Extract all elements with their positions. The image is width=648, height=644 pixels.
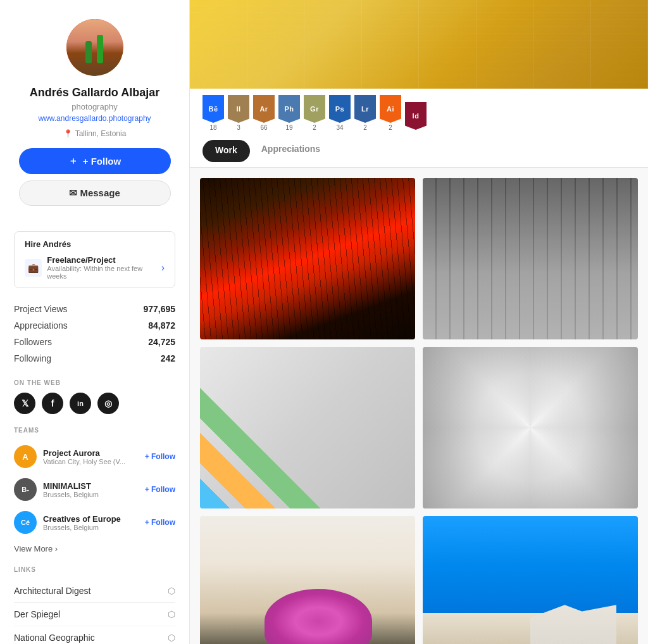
team-item[interactable]: Cé Creatives of Europe Brussels, Belgium… — [14, 506, 175, 539]
instagram-icon[interactable]: ◎ — [97, 393, 119, 414]
badge-count-be: 18 — [209, 124, 216, 131]
team-item[interactable]: B- MINIMALIST Brussels, Belgium + Follow — [14, 473, 175, 506]
team-item[interactable]: A Project Aurora Vatican City, Holy See … — [14, 440, 175, 473]
hire-availability: Availability: Within the next few weeks — [47, 265, 161, 280]
hire-title: Hire Andrés — [25, 239, 165, 249]
chevron-right-icon: › — [161, 262, 165, 274]
team-name-creatives: Creatives of Europe — [43, 514, 121, 524]
badge-lr[interactable]: Lr 2 — [354, 95, 376, 131]
follow-label: + Follow — [83, 156, 121, 167]
facebook-icon[interactable]: f — [42, 393, 63, 414]
photo-card[interactable] — [423, 178, 638, 339]
profile-header: Andrés Gallardo Albajar photography www.… — [0, 0, 189, 231]
sidebar: Andrés Gallardo Albajar photography www.… — [0, 0, 190, 644]
hire-box: Hire Andrés 💼 Freelance/Project Availabi… — [14, 231, 175, 288]
location-pin-icon: 📍 — [63, 129, 73, 138]
photo-card[interactable] — [200, 347, 415, 508]
team-name-minimalist: MINIMALIST — [43, 481, 99, 491]
message-button[interactable]: ✉ Message — [19, 180, 171, 206]
team-avatar-aurora: A — [14, 445, 37, 468]
badge-behance[interactable]: Bē 18 — [202, 95, 224, 131]
follow-aurora-button[interactable]: + Follow — [145, 452, 175, 461]
team-avatar-creatives: Cé — [14, 511, 37, 534]
plus-icon: ＋ — [68, 155, 78, 167]
badge-photoshop[interactable]: Ph 19 — [278, 95, 300, 131]
hire-info: 💼 Freelance/Project Availability: Within… — [25, 255, 161, 280]
badge-count-ps: 34 — [336, 124, 343, 131]
badge-flag-ar: Ar — [253, 95, 275, 123]
team-name-aurora: Project Aurora — [43, 448, 125, 458]
on-the-web-label: ON THE WEB — [14, 379, 175, 386]
twitter-icon[interactable]: 𝕏 — [14, 393, 35, 414]
stat-value-following: 242 — [161, 353, 175, 363]
badge-illustrator[interactable]: Il 3 — [228, 95, 249, 131]
tabs-row: Work Appreciations — [190, 135, 648, 168]
badge-flag-ai: Ai — [380, 95, 401, 123]
follow-creatives-button[interactable]: + Follow — [145, 518, 175, 527]
avatar — [66, 19, 123, 76]
stat-appreciations: Appreciations 84,872 — [14, 317, 175, 334]
hire-row[interactable]: 💼 Freelance/Project Availability: Within… — [25, 255, 165, 280]
profile-name: Andrés Gallardo Albajar — [30, 86, 159, 99]
link-item[interactable]: National Geographic ⬡ — [14, 626, 175, 644]
badge-flag-il: Il — [228, 95, 249, 123]
badges-row: Bē 18 Il 3 Ar 66 Ph 19 Gr 2 Ps 34 Lr 2 A… — [190, 89, 648, 135]
external-link-icon: ⬡ — [168, 609, 175, 619]
photo-card[interactable] — [423, 347, 638, 508]
badge-gr[interactable]: Gr 2 — [304, 95, 325, 131]
view-more-label: View More › — [14, 544, 58, 553]
stat-following: Following 242 — [14, 350, 175, 367]
linkedin-icon[interactable]: in — [70, 393, 91, 414]
badge-count-ai: 2 — [389, 124, 392, 131]
profile-location: 📍 Tallinn, Estonia — [63, 129, 127, 138]
view-more-button[interactable]: View More › — [14, 544, 175, 553]
badge-flag-gr: Gr — [304, 95, 325, 123]
stat-label-views: Project Views — [14, 304, 68, 314]
teams-section: A Project Aurora Vatican City, Holy See … — [14, 440, 175, 539]
badge-flag-lr: Lr — [354, 95, 376, 123]
stat-followers: Followers 24,725 — [14, 334, 175, 350]
stat-project-views: Project Views 977,695 — [14, 301, 175, 317]
badge-count-lr: 2 — [363, 124, 367, 131]
link-item[interactable]: Architectural Digest ⬡ — [14, 579, 175, 603]
badge-flag-ps: Ps — [329, 95, 351, 123]
hire-type: Freelance/Project — [47, 255, 161, 265]
badge-ar[interactable]: Ar 66 — [253, 95, 275, 131]
briefcase-icon: 💼 — [25, 259, 42, 277]
stat-label-following: Following — [14, 353, 51, 363]
team-avatar-minimalist: B- — [14, 478, 37, 501]
team-location-minimalist: Brussels, Belgium — [43, 491, 99, 498]
team-location-aurora: Vatican City, Holy See (V... — [43, 458, 125, 465]
external-link-icon: ⬡ — [168, 586, 175, 596]
profile-specialty: photography — [72, 102, 117, 111]
badge-flag-ph: Ph — [278, 95, 300, 123]
badge-count-ph: 19 — [285, 124, 292, 131]
badge-id[interactable]: Id — [405, 102, 427, 131]
photo-card[interactable] — [200, 516, 415, 644]
badge-count-ar: 66 — [260, 124, 267, 131]
stat-value-views: 977,695 — [143, 304, 175, 314]
stat-value-followers: 24,725 — [148, 337, 175, 347]
photo-card[interactable] — [200, 178, 415, 339]
link-label-natgeo: National Geographic — [14, 633, 95, 643]
image-grid — [190, 178, 648, 644]
message-label: ✉ Message — [69, 187, 120, 199]
link-label-arch: Architectural Digest — [14, 586, 90, 596]
badge-count-il: 3 — [237, 124, 240, 131]
tab-work[interactable]: Work — [202, 140, 250, 162]
profile-website[interactable]: www.andresgallardo.photography — [38, 114, 151, 123]
stat-label-appreciations: Appreciations — [14, 320, 68, 331]
follow-button[interactable]: ＋ + Follow — [19, 148, 171, 174]
badge-flag-be: Bē — [202, 95, 224, 123]
photo-card[interactable] — [423, 516, 638, 644]
badge-ai[interactable]: Ai 2 — [380, 95, 401, 131]
links-section: Architectural Digest ⬡ Der Spiegel ⬡ Nat… — [14, 579, 175, 644]
badge-count-gr: 2 — [313, 124, 316, 131]
main-content: Bē 18 Il 3 Ar 66 Ph 19 Gr 2 Ps 34 Lr 2 A… — [190, 0, 648, 644]
tab-appreciations[interactable]: Appreciations — [250, 135, 332, 167]
profile-banner — [190, 0, 648, 89]
link-item[interactable]: Der Spiegel ⬡ — [14, 603, 175, 626]
follow-minimalist-button[interactable]: + Follow — [145, 485, 175, 494]
external-link-icon: ⬡ — [168, 633, 175, 643]
badge-ps[interactable]: Ps 34 — [329, 95, 351, 131]
